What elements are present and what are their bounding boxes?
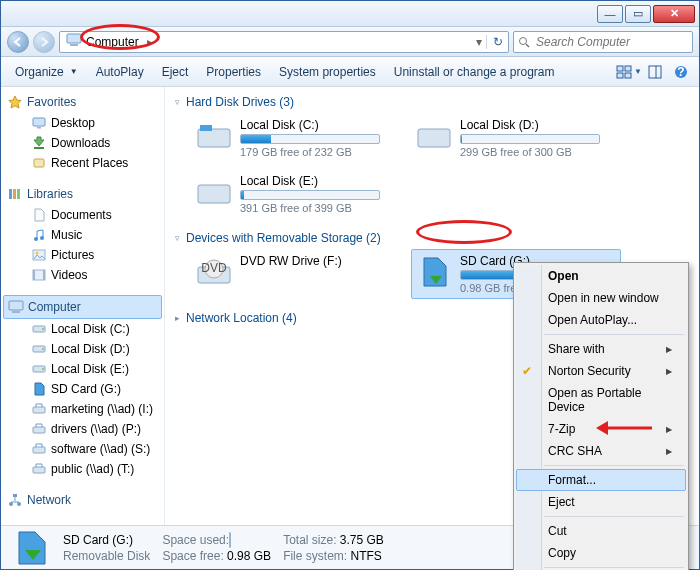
svg-rect-12 [33, 118, 45, 126]
svg-rect-24 [33, 270, 35, 280]
sidebar-item-net-drivers[interactable]: drivers (\\ad) (P:) [3, 419, 162, 439]
sidebar-item-net-public[interactable]: public (\\ad) (T:) [3, 459, 162, 479]
sdcard-icon [416, 254, 452, 290]
search-box[interactable] [513, 31, 693, 53]
sidebar-item-net-software[interactable]: software (\\ad) (S:) [3, 439, 162, 459]
sidebar-item-videos[interactable]: Videos [3, 265, 162, 285]
ctx-7zip[interactable]: 7-Zip▶ [516, 418, 686, 440]
svg-rect-6 [617, 73, 623, 78]
ctx-cut[interactable]: Cut [516, 520, 686, 542]
network-header[interactable]: Network [3, 489, 162, 511]
sidebar-item-local-e[interactable]: Local Disk (E:) [3, 359, 162, 379]
address-field[interactable]: Computer ▸ ▾ ↻ [59, 31, 509, 53]
expand-icon: ▸ [175, 313, 180, 323]
system-properties-button[interactable]: System properties [271, 61, 384, 83]
ctx-portable[interactable]: Open as Portable Device [516, 382, 686, 418]
svg-point-38 [9, 502, 13, 506]
ctx-open[interactable]: Open [516, 265, 686, 287]
sidebar-item-sdcard[interactable]: SD Card (G:) [3, 379, 162, 399]
sidebar-item-downloads[interactable]: Downloads [3, 133, 162, 153]
dropdown-icon[interactable]: ▾ [472, 35, 486, 49]
sidebar-item-desktop[interactable]: Desktop [3, 113, 162, 133]
svg-point-20 [40, 236, 44, 240]
ctx-open-new-window[interactable]: Open in new window [516, 287, 686, 309]
svg-text:DVD: DVD [201, 261, 227, 275]
sidebar-item-local-d[interactable]: Local Disk (D:) [3, 339, 162, 359]
svg-rect-26 [9, 301, 23, 310]
svg-rect-45 [418, 129, 450, 147]
sidebar-item-local-c[interactable]: Local Disk (C:) [3, 319, 162, 339]
group-removable-header[interactable]: ▿Devices with Removable Storage (2) [173, 227, 691, 249]
refresh-button[interactable]: ↻ [486, 35, 508, 49]
sidebar-item-recent[interactable]: Recent Places [3, 153, 162, 173]
sidebar-item-net-marketing[interactable]: marketing (\\ad) (I:) [3, 399, 162, 419]
downloads-icon [31, 135, 47, 151]
back-button[interactable] [7, 31, 29, 53]
music-icon [31, 227, 47, 243]
libraries-header[interactable]: Libraries [3, 183, 162, 205]
svg-rect-13 [37, 127, 41, 129]
group-hdd-header[interactable]: ▿Hard Disk Drives (3) [173, 91, 691, 113]
navigation-pane: Favorites Desktop Downloads Recent Place… [1, 87, 165, 525]
ctx-crc-sha[interactable]: CRC SHA▶ [516, 440, 686, 462]
favorites-header[interactable]: Favorites [3, 91, 162, 113]
drive-dvd[interactable]: DVD DVD RW Drive (F:) [191, 249, 401, 299]
svg-point-33 [42, 368, 44, 370]
drive-local-e[interactable]: Local Disk (E:)391 GB free of 399 GB [191, 169, 401, 219]
chevron-right-icon: ▶ [666, 447, 672, 456]
sidebar-item-documents[interactable]: Documents [3, 205, 162, 225]
svg-rect-17 [13, 189, 16, 199]
eject-button[interactable]: Eject [154, 61, 197, 83]
drive-local-c[interactable]: Local Disk (C:)179 GB free of 232 GB [191, 113, 401, 163]
svg-rect-16 [9, 189, 12, 199]
ctx-copy[interactable]: Copy [516, 542, 686, 564]
view-button[interactable]: ▼ [617, 61, 641, 83]
svg-point-2 [520, 37, 527, 44]
uninstall-button[interactable]: Uninstall or change a program [386, 61, 563, 83]
ctx-format[interactable]: Format... [516, 469, 686, 491]
svg-rect-25 [43, 270, 45, 280]
help-button[interactable]: ? [669, 61, 693, 83]
drive-icon [31, 341, 47, 357]
svg-rect-8 [649, 66, 661, 78]
svg-rect-44 [200, 125, 212, 131]
sdcard-icon [31, 381, 47, 397]
pictures-icon [31, 247, 47, 263]
svg-rect-1 [70, 44, 78, 46]
svg-point-31 [42, 348, 44, 350]
svg-rect-18 [17, 189, 20, 199]
shield-icon: ✔ [522, 364, 532, 378]
ctx-open-autoplay[interactable]: Open AutoPlay... [516, 309, 686, 331]
preview-pane-button[interactable] [643, 61, 667, 83]
command-bar: Organize▼ AutoPlay Eject Properties Syst… [1, 57, 699, 87]
close-button[interactable]: ✕ [653, 5, 695, 23]
sidebar-item-pictures[interactable]: Pictures [3, 245, 162, 265]
svg-rect-7 [625, 73, 631, 78]
search-input[interactable] [534, 34, 692, 50]
svg-rect-27 [12, 311, 20, 313]
network-icon [7, 492, 23, 508]
maximize-button[interactable]: ▭ [625, 5, 651, 23]
properties-button[interactable]: Properties [198, 61, 269, 83]
ctx-eject[interactable]: Eject [516, 491, 686, 513]
autoplay-button[interactable]: AutoPlay [88, 61, 152, 83]
selected-name: SD Card (G:) [63, 533, 150, 547]
network-drive-icon [31, 421, 47, 437]
collapse-icon: ▿ [175, 97, 180, 107]
forward-button[interactable] [33, 31, 55, 53]
drive-local-d[interactable]: Local Disk (D:)299 GB free of 300 GB [411, 113, 621, 163]
svg-rect-46 [198, 185, 230, 203]
organize-button[interactable]: Organize▼ [7, 61, 86, 83]
star-icon [7, 94, 23, 110]
computer-header[interactable]: Computer [3, 295, 162, 319]
ctx-share-with[interactable]: Share with▶ [516, 338, 686, 360]
sidebar-item-music[interactable]: Music [3, 225, 162, 245]
computer-icon [8, 299, 24, 315]
context-menu: Open Open in new window Open AutoPlay...… [513, 262, 689, 570]
svg-rect-15 [34, 159, 44, 167]
address-segment: Computer [86, 35, 139, 49]
address-bar: Computer ▸ ▾ ↻ [1, 27, 699, 57]
minimize-button[interactable]: — [597, 5, 623, 23]
titlebar: — ▭ ✕ [1, 1, 699, 27]
ctx-norton[interactable]: ✔Norton Security▶ [516, 360, 686, 382]
